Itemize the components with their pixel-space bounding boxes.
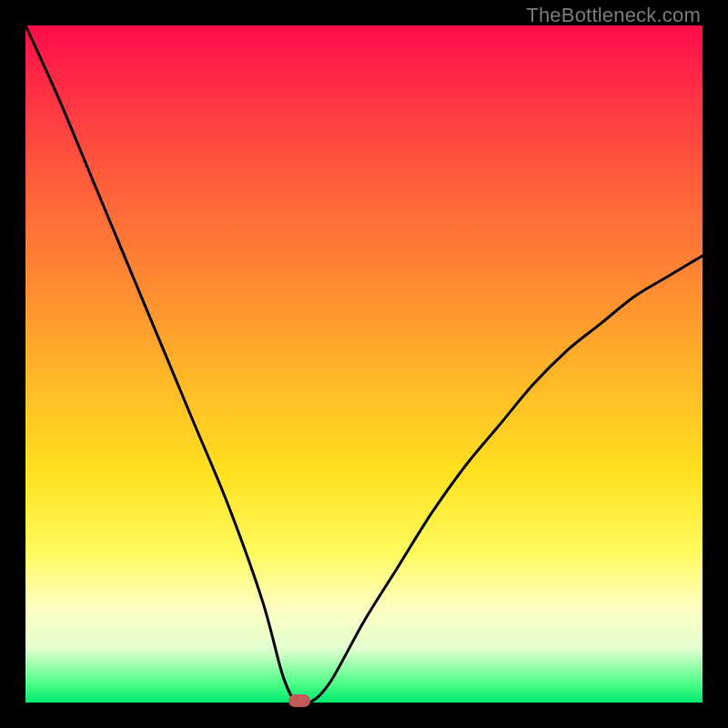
watermark-text: TheBottleneck.com (526, 4, 701, 27)
chart-frame: TheBottleneck.com (0, 0, 728, 728)
bottleneck-curve (25, 25, 703, 703)
optimal-marker (288, 694, 310, 707)
plot-area (25, 25, 703, 703)
curve-layer (25, 25, 703, 703)
